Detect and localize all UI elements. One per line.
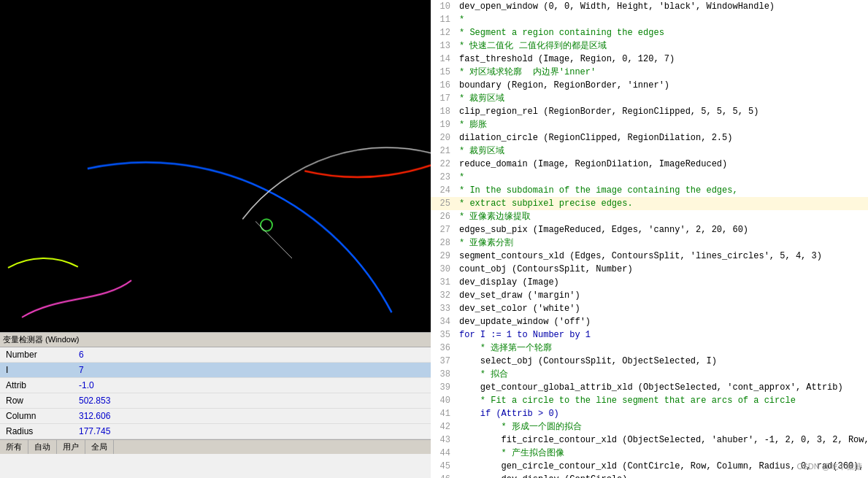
code-line[interactable]: 24 * In the subdomain of the image conta… (431, 184, 868, 197)
line-number: 23 (431, 171, 456, 184)
line-number: 28 (431, 236, 456, 250)
table-row[interactable]: Attrib-1.0 (0, 378, 431, 393)
line-content: for I := 1 to Number by 1 (456, 328, 868, 342)
line-content: * 形成一个圆的拟合 (456, 420, 868, 433)
main-canvas (0, 0, 431, 332)
code-line[interactable]: 30 count_obj (ContoursSplit, Number) (431, 263, 868, 276)
tab-all[interactable]: 所有 (0, 440, 28, 454)
line-number: 33 (431, 302, 456, 315)
left-panel: 变量检测器 (Window) Number6I7Attrib-1.0Row502… (0, 0, 431, 478)
line-number: 32 (431, 289, 456, 302)
line-content: * 对区域求轮廓 内边界'inner' (456, 66, 868, 79)
code-line[interactable]: 35 for I := 1 to Number by 1 (431, 328, 868, 342)
code-line[interactable]: 27 edges_sub_pix (ImageReduced, Edges, '… (431, 223, 868, 236)
code-line[interactable]: 38 * 拟合 (431, 368, 868, 381)
code-line[interactable]: 16 boundary (Region, RegionBorder, 'inne… (431, 79, 868, 92)
line-number: 41 (431, 407, 456, 420)
variable-table: Number6I7Attrib-1.0Row502.853Column312.6… (0, 347, 431, 439)
tab-auto[interactable]: 自动 (28, 440, 57, 454)
code-line[interactable]: 44 * 产生拟合图像 (431, 447, 868, 460)
var-name: Number (0, 347, 73, 363)
code-line[interactable]: 40 * Fit a circle to the line segment th… (431, 394, 868, 407)
var-value: 7 (73, 363, 431, 378)
var-name: Attrib (0, 378, 73, 393)
tab-user[interactable]: 用户 (57, 440, 85, 454)
line-content: * Fit a circle to the line segment that … (456, 394, 868, 407)
code-line[interactable]: 17 * 裁剪区域 (431, 92, 868, 105)
code-line[interactable]: 33 dev_set_color ('white') (431, 302, 868, 315)
line-content: dev_set_color ('white') (456, 302, 868, 315)
line-content: * 裁剪区域 (456, 92, 868, 105)
code-line[interactable]: 39 get_contour_global_attrib_xld (Object… (431, 381, 868, 394)
line-number: 16 (431, 79, 456, 92)
line-number: 40 (431, 394, 456, 407)
line-content: * Segment a region containing the edges (456, 26, 868, 39)
line-content: dev_display (Image) (456, 276, 868, 289)
table-row[interactable]: I7 (0, 363, 431, 378)
code-line[interactable]: 22 reduce_domain (Image, RegionDilation,… (431, 158, 868, 171)
line-number: 25 (431, 197, 456, 210)
code-line[interactable]: 43 fit_circle_contour_xld (ObjectSelecte… (431, 433, 868, 447)
code-line[interactable]: 14 fast_threshold (Image, Region, 0, 120… (431, 53, 868, 66)
code-line[interactable]: 23 * (431, 171, 868, 184)
line-content: * 亚像素边缘提取 (456, 210, 868, 223)
code-line[interactable]: 32 dev_set_draw ('margin') (431, 289, 868, 302)
table-row[interactable]: Radius177.745 (0, 424, 431, 439)
line-number: 26 (431, 210, 456, 223)
code-line[interactable]: 21 * 裁剪区域 (431, 144, 868, 158)
line-number: 21 (431, 144, 456, 158)
line-number: 45 (431, 460, 456, 473)
line-number: 38 (431, 368, 456, 381)
var-panel-tabs[interactable]: 所有 自动 用户 全局 (0, 439, 431, 454)
line-content: dilation_circle (RegionClipped, RegionDi… (456, 131, 868, 144)
code-line[interactable]: 18 clip_region_rel (RegionBorder, Region… (431, 105, 868, 118)
table-row[interactable]: Column312.606 (0, 409, 431, 424)
line-number: 12 (431, 26, 456, 39)
var-name: I (0, 363, 73, 378)
line-number: 15 (431, 66, 456, 79)
code-line[interactable]: 20 dilation_circle (RegionClipped, Regio… (431, 131, 868, 144)
code-line[interactable]: 12 * Segment a region containing the edg… (431, 26, 868, 39)
code-line[interactable]: 25 * extract subpixel precise edges. (431, 197, 868, 210)
line-number: 14 (431, 53, 456, 66)
code-line[interactable]: 10 dev_open_window (0, 0, Width, Height,… (431, 0, 868, 13)
line-content: * 选择第一个轮廓 (456, 342, 868, 355)
table-row[interactable]: Number6 (0, 347, 431, 363)
line-number: 35 (431, 328, 456, 342)
var-value: 312.606 (73, 409, 431, 424)
code-line[interactable]: 11 * (431, 13, 868, 26)
code-line[interactable]: 42 * 形成一个圆的拟合 (431, 420, 868, 433)
right-panel[interactable]: 10 dev_open_window (0, 0, Width, Height,… (431, 0, 868, 478)
code-line[interactable]: 15 * 对区域求轮廓 内边界'inner' (431, 66, 868, 79)
code-line[interactable]: 41 if (Attrib > 0) (431, 407, 868, 420)
table-row[interactable]: Row502.853 (0, 393, 431, 409)
line-content: edges_sub_pix (ImageReduced, Edges, 'can… (456, 223, 868, 236)
code-line[interactable]: 37 select_obj (ContoursSplit, ObjectSele… (431, 355, 868, 368)
var-name: Column (0, 409, 73, 424)
line-number: 43 (431, 433, 456, 447)
code-line[interactable]: 46 dev_display (ContCircle) (431, 473, 868, 478)
line-content: boundary (Region, RegionBorder, 'inner') (456, 79, 868, 92)
line-content: get_contour_global_attrib_xld (ObjectSel… (456, 381, 868, 394)
line-number: 22 (431, 158, 456, 171)
line-content: * 膨胀 (456, 118, 868, 131)
line-content: * (456, 13, 868, 26)
line-content: fit_circle_contour_xld (ObjectSelected, … (456, 433, 868, 447)
line-number: 34 (431, 315, 456, 328)
line-content: * 裁剪区域 (456, 144, 868, 158)
code-line[interactable]: 34 dev_update_window ('off') (431, 315, 868, 328)
line-number: 29 (431, 250, 456, 263)
var-value: 502.853 (73, 393, 431, 409)
line-number: 31 (431, 276, 456, 289)
var-panel-header: 变量检测器 (Window) (0, 333, 431, 347)
code-line[interactable]: 19 * 膨胀 (431, 118, 868, 131)
code-line[interactable]: 13 * 快速二值化 二值化得到的都是区域 (431, 39, 868, 53)
tab-global[interactable]: 全局 (85, 440, 114, 454)
code-line[interactable]: 29 segment_contours_xld (Edges, Contours… (431, 250, 868, 263)
code-line[interactable]: 26 * 亚像素边缘提取 (431, 210, 868, 223)
line-content: * extract subpixel precise edges. (456, 197, 868, 210)
code-line[interactable]: 31 dev_display (Image) (431, 276, 868, 289)
code-line[interactable]: 28 * 亚像素分割 (431, 236, 868, 250)
code-line[interactable]: 36 * 选择第一个轮廓 (431, 342, 868, 355)
line-content: clip_region_rel (RegionBorder, RegionCli… (456, 105, 868, 118)
